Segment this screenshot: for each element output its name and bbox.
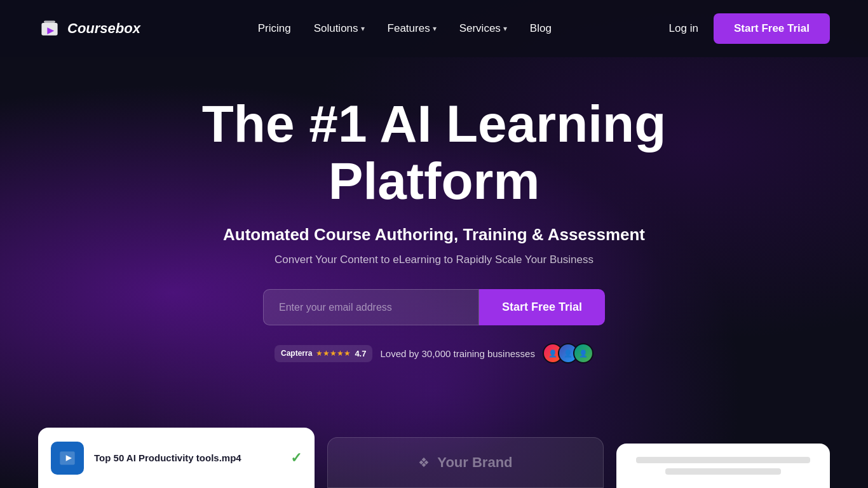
nav-item-pricing[interactable]: Pricing (258, 22, 291, 35)
solutions-chevron: ▾ (361, 24, 365, 33)
avatar-3: 👤 (573, 343, 593, 363)
email-input[interactable] (263, 289, 479, 325)
capterra-logo-text: Capterra (281, 349, 312, 358)
hero-cta: Start Free Trial (263, 289, 605, 325)
navbar: Coursebox Pricing Solutions ▾ Features ▾… (0, 0, 868, 57)
nav-item-features[interactable]: Features ▾ (388, 22, 437, 35)
capterra-stars: ★★★★★ (316, 349, 351, 358)
nav-item-blog[interactable]: Blog (530, 22, 552, 35)
hero-trial-button[interactable]: Start Free Trial (479, 289, 605, 325)
brand-card: ❖ Your Brand (327, 437, 604, 488)
nav-links: Pricing Solutions ▾ Features ▾ Services … (258, 22, 552, 35)
content-line-2 (665, 468, 782, 475)
nav-item-solutions[interactable]: Solutions ▾ (314, 22, 365, 35)
hero-heading: The #1 AI Learning Platform (202, 95, 667, 210)
nav-actions: Log in Start Free Trial (669, 13, 830, 44)
upload-checkmark: ✓ (290, 450, 302, 466)
file-upload-card: Top 50 AI Productivity tools.mp4 ✓ (38, 428, 315, 488)
capterra-badge: Capterra ★★★★★ 4.7 (275, 345, 372, 362)
video-file-icon (51, 442, 84, 475)
logo-text: Coursebox (67, 20, 140, 37)
capterra-rating: 4.7 (355, 349, 366, 358)
social-proof-text: Loved by 30,000 training businesses (380, 348, 535, 359)
brand-label: Your Brand (437, 454, 512, 471)
cards-preview: Top 50 AI Productivity tools.mp4 ✓ ❖ You… (0, 428, 868, 488)
login-button[interactable]: Log in (669, 22, 698, 35)
features-chevron: ▾ (433, 24, 437, 33)
avatar-group: 👤 👤 👤 (543, 343, 593, 363)
content-card (616, 444, 830, 488)
social-proof: Capterra ★★★★★ 4.7 Loved by 30,000 train… (275, 343, 593, 363)
services-chevron: ▾ (503, 24, 507, 33)
hero-description: Convert Your Content to eLearning to Rap… (275, 254, 593, 266)
hero-section: The #1 AI Learning Platform Automated Co… (0, 57, 868, 363)
content-line-1 (636, 457, 810, 463)
nav-trial-button[interactable]: Start Free Trial (714, 13, 830, 44)
logo-icon (38, 17, 61, 40)
file-info: Top 50 AI Productivity tools.mp4 (94, 452, 280, 464)
brand-grid-icon: ❖ (418, 455, 430, 470)
logo-link[interactable]: Coursebox (38, 17, 140, 40)
svg-rect-1 (44, 20, 55, 23)
nav-item-services[interactable]: Services ▾ (459, 22, 507, 35)
hero-subtitle: Automated Course Authoring, Training & A… (223, 225, 645, 245)
file-name: Top 50 AI Productivity tools.mp4 (94, 452, 241, 463)
